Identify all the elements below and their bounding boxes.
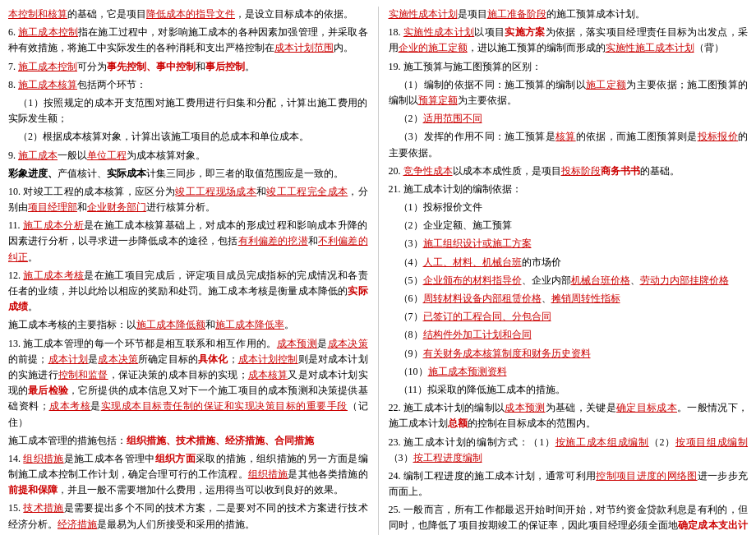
paragraph-r14: （6）周转材料设备内部租赁价格、摊销周转性指标 xyxy=(389,291,749,307)
paragraph-r22: 24. 编制工程进度的施工成本计划，通常可利用控制项目进度的网络图进一步步充而面… xyxy=(389,468,749,500)
paragraph-r16: （8）结构件外加工计划和合同 xyxy=(389,327,749,343)
right-column: 实施性成本计划是项目施工准备阶段的施工预算成本计划。18. 实施性成本计划以项目… xyxy=(389,7,749,535)
paragraph-l12: 施工成本考核的主要指标：以施工成本降低额和施工成本降低率。 xyxy=(8,317,368,333)
column-divider xyxy=(378,7,379,535)
paragraph-r19: （11）拟采取的降低施工成本的措施。 xyxy=(389,382,749,398)
paragraph-l1: 本控制和核算的基础，它是项目降低成本的指导文件，是设立目标成本的依据。 xyxy=(8,7,368,22)
paragraph-r23: 25. 一般而言，所有工作都最迟开始时间开始，对节约资金贷款利息是有利的，但同时… xyxy=(389,502,749,535)
paragraph-r6: （3）发挥的作用不同：施工预算是核算的依据，而施工图预算则是投标报价的主要依据。 xyxy=(389,129,749,160)
paragraph-r15: （7）已签订的工程合同、分包合同 xyxy=(389,309,749,325)
paragraph-r3: 19. 施工预算与施工图预算的区别： xyxy=(389,59,749,75)
page-container: 本控制和核算的基础，它是项目降低成本的指导文件，是设立目标成本的依据。6. 施工… xyxy=(0,0,756,535)
paragraph-l3: 7. 施工成本控制可分为事先控制、事中控制和事后控制。 xyxy=(8,59,368,75)
paragraph-r7: 20. 竞争性成本以成本本成性质，是项目投标阶段商务书书的基础。 xyxy=(389,164,749,179)
paragraph-l8: 彩象进度、产值核计、实际成本计集三同步，即三者的取值范围应是一致的。 xyxy=(8,166,368,182)
paragraph-l4: 8. 施工成本核算包括两个环节： xyxy=(8,77,368,93)
paragraph-r13: （5）企业颁布的材料指导价、企业内部机械台班价格、劳动力内部挂牌价格 xyxy=(389,273,749,288)
paragraph-r1: 实施性成本计划是项目施工准备阶段的施工预算成本计划。 xyxy=(389,7,749,22)
paragraph-l14: 施工成本管理的措施包括：组织措施、技术措施、经济措施、合同措施 xyxy=(8,433,368,449)
paragraph-l13: 13. 施工成本管理的每一个环节都是相互联系和相互作用的。成本预测是成本决策的前… xyxy=(8,336,368,431)
paragraph-l6: （2）根据成本核算对象，计算出该施工项目的总成本和单位成本。 xyxy=(8,129,368,145)
paragraph-r11: （3）施工组织设计或施工方案 xyxy=(389,236,749,251)
paragraph-r17: （9）有关财务成本核算制度和财务历史资料 xyxy=(389,346,749,362)
paragraph-l10: 11. 施工成本分析是在施工成本核算基础上，对成本的形成过程和影响成本升降的因素… xyxy=(8,218,368,265)
paragraph-l2: 6. 施工成本控制指在施工过程中，对影响施工成本的各种因素加强管理，并采取各种有… xyxy=(8,25,368,56)
paragraph-r20: 22. 施工成本计划的编制以成本预测为基础，关键是确定目标成本。一般情况下，施工… xyxy=(389,400,749,431)
paragraph-r21: 23. 施工成本计划的编制方式：（1）按施工成本组成编制（2）按项目组成编制（3… xyxy=(389,435,749,466)
paragraph-r5: （2）适用范围不同 xyxy=(389,111,749,127)
paragraph-l11: 12. 施工成本考核是在施工项目完成后，评定项目成员完成指标的完成情况和各责任者… xyxy=(8,268,368,316)
paragraph-r9: （1）投标报价文件 xyxy=(389,200,749,215)
paragraph-r18: （10）施工成本预测资料 xyxy=(389,364,749,380)
paragraph-l15: 14. 组织措施是施工成本各管理中组织方面采取的措施，组织措施的另一方面是编制施… xyxy=(8,451,368,499)
paragraph-r2: 18. 实施性成本计划以项目实施方案为依据，落实项目经理责任目标为出发点，采用企… xyxy=(389,25,749,56)
paragraph-l7: 9. 施工成本一般以单位工程为成本核算对象。 xyxy=(8,148,368,164)
paragraph-l5: （1）按照规定的成本开支范围对施工费用进行归集和分配，计算出施工费用的实际发生额… xyxy=(8,95,368,127)
left-column: 本控制和核算的基础，它是项目降低成本的指导文件，是设立目标成本的依据。6. 施工… xyxy=(8,7,368,535)
paragraph-l16: 15. 技术措施是需要提出多个不同的技术方案，二是要对不同的技术方案进行技术经济… xyxy=(8,500,368,532)
paragraph-r12: （4）人工、材料、机械台班的市场价 xyxy=(389,255,749,270)
paragraph-r10: （2）企业定额、施工预算 xyxy=(389,218,749,233)
paragraph-r8: 21. 施工成本计划的编制依据： xyxy=(389,182,749,197)
paragraph-l9: 10. 对竣工工程的成本核算，应区分为竣工工程现场成本和竣工工程完全成本，分别由… xyxy=(8,184,368,215)
paragraph-r4: （1）编制的依据不同：施工预算的编制以施工定额为主要依据；施工图预算的编制以预算… xyxy=(389,77,749,108)
